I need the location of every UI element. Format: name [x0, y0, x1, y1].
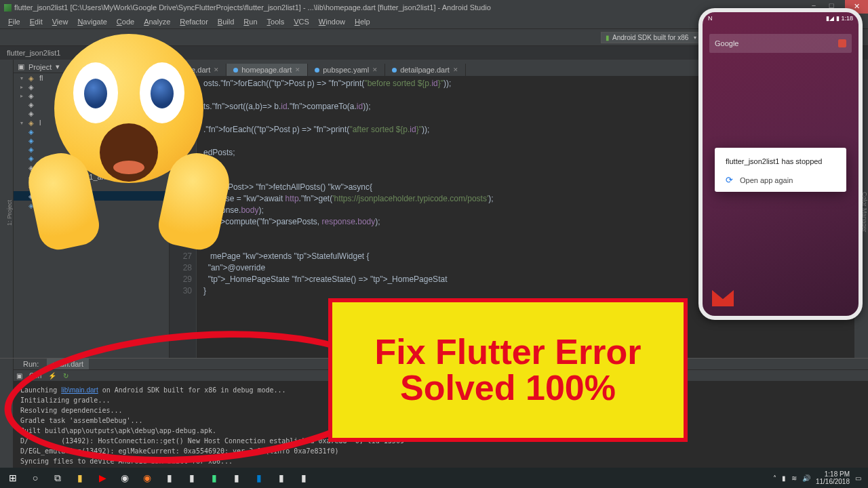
terminal-icon[interactable]: ▮ — [271, 468, 292, 488]
app3-icon[interactable]: ▮ — [226, 468, 247, 488]
console-subtab[interactable]: Con — [29, 372, 41, 380]
menu-window[interactable]: Window — [315, 17, 349, 26]
search-placeholder: Google — [715, 39, 738, 47]
hot-reload-icon[interactable]: ⚡ — [48, 372, 56, 380]
project-node[interactable]: ▾◈l — [14, 118, 169, 127]
menu-vcs[interactable]: VCS — [290, 17, 313, 26]
editor-tab[interactable]: detailpage.dart ✕ — [385, 64, 466, 76]
left-tool-strip: 1: Project7: StructureCaptures — [0, 60, 14, 358]
hot-restart-icon[interactable]: ↻ — [63, 372, 68, 380]
app1-icon[interactable]: ▮ — [159, 468, 180, 488]
project-node[interactable]: ▸◈ — [14, 92, 169, 100]
project-node[interactable]: ◈flutter_json2list1_andrc — [14, 172, 169, 182]
emulator-device: N ▮◢ ▮ 1:18 Google flutter_json2list1 ha… — [698, 8, 863, 320]
phone-status-bar: N ▮◢ ▮ 1:18 — [703, 12, 859, 24]
gmail-icon[interactable] — [712, 290, 734, 306]
project-header[interactable]: ▣ Project ▾ — [14, 61, 169, 73]
project-node[interactable]: ◈ — [14, 145, 169, 154]
project-node[interactable]: ◈pubspec.lock — [14, 182, 169, 191]
menu-file[interactable]: File — [4, 17, 24, 26]
editor-tab[interactable]: ne.dart ✕ — [172, 64, 226, 76]
run-tab-main[interactable]: main.dart — [47, 359, 89, 369]
editor-tab[interactable]: homepage.dart ✕ — [226, 64, 308, 76]
project-node[interactable]: ◈ — [14, 109, 169, 118]
project-node[interactable]: ◈ — [14, 136, 169, 145]
notif-icon: N — [708, 15, 713, 22]
menu-navigate[interactable]: Navigate — [73, 17, 111, 26]
menu-view[interactable]: View — [48, 17, 73, 26]
project-node[interactable]: ◈ — [14, 154, 169, 163]
windows-taskbar: ⊞ ○ ⧉ ▮ ▶ ◉ ◉ ▮ ▮ ▮ ▮ ▮ ▮ ▮ ˄ ▮ ≋ 🔊 1:18… — [0, 468, 868, 488]
menu-analyze[interactable]: Analyze — [140, 17, 174, 26]
firefox-icon[interactable]: ◉ — [137, 468, 157, 488]
editor-tab[interactable]: pubspec.yaml ✕ — [308, 64, 385, 76]
volume-icon[interactable]: 🔊 — [802, 474, 810, 482]
left-tool[interactable]: 1: Project — [6, 197, 13, 228]
menu-refactor[interactable]: Refactor — [176, 17, 212, 26]
wifi-icon[interactable]: ≋ — [791, 474, 797, 482]
app-icon — [4, 4, 12, 12]
battery-icon[interactable]: ▮ — [782, 474, 786, 482]
app2-icon[interactable]: ▮ — [182, 468, 202, 488]
menu-edit[interactable]: Edit — [26, 17, 47, 26]
window-title: flutter_json2list1 [C:\Users\MyWork\Goog… — [14, 3, 491, 12]
project-sidebar: ▣ Project ▾ ▾◈fl▸◈▸◈◈◈▾◈l◈◈◈◈◈t1.iml◈flu… — [14, 60, 170, 358]
project-node[interactable]: ◈t1.iml — [14, 163, 169, 172]
explorer-icon[interactable]: ▮ — [70, 468, 90, 488]
vscode-icon[interactable]: ▮ — [249, 468, 269, 488]
mic-icon[interactable] — [838, 39, 846, 47]
title-overlay: Fix Flutter Error Solved 100% — [328, 298, 688, 442]
project-node[interactable]: ◈ — [14, 100, 169, 109]
start-button[interactable]: ⊞ — [3, 468, 23, 488]
project-node[interactable]: ▸◈ — [14, 83, 169, 92]
app5-icon[interactable]: ▮ — [294, 468, 314, 488]
signal-icon: ▮◢ ▮ — [826, 15, 840, 22]
emulator-screen[interactable]: N ▮◢ ▮ 1:18 Google flutter_json2list1 ha… — [703, 12, 859, 316]
tray-up-icon[interactable]: ˄ — [773, 474, 776, 482]
clock[interactable]: 1:18 PM11/16/2018 — [816, 470, 850, 485]
dialog-title: flutter_json2list1 has stopped — [726, 157, 835, 165]
youtube-icon[interactable]: ▶ — [92, 468, 113, 488]
cortana-button[interactable]: ○ — [25, 468, 45, 488]
menu-code[interactable]: Code — [113, 17, 138, 26]
dialog-action[interactable]: ⟳ Open app again — [726, 175, 835, 185]
project-node[interactable]: ▾◈fl — [14, 73, 169, 83]
system-tray[interactable]: ˄ ▮ ≋ 🔊 1:18 PM11/16/2018 ▭ — [773, 470, 865, 485]
project-node[interactable]: ◈ — [14, 127, 169, 136]
device-selector[interactable]: ▮Android SDK built for x86 — [601, 32, 707, 43]
menu-help[interactable]: Help — [351, 17, 374, 26]
crash-dialog: flutter_json2list1 has stopped ⟳ Open ap… — [715, 148, 846, 192]
chrome-icon[interactable]: ◉ — [115, 468, 135, 488]
project-node[interactable]: ◈pubspec.yaml — [14, 191, 169, 201]
menu-run[interactable]: Run — [239, 17, 261, 26]
breadcrumb[interactable]: flutter_json2list1 — [4, 49, 64, 57]
menu-build[interactable]: Build — [214, 17, 238, 26]
menu-tools[interactable]: Tools — [263, 17, 289, 26]
project-node[interactable]: ◈README.md — [14, 201, 169, 210]
notifications-icon[interactable]: ▭ — [855, 474, 861, 482]
google-search-bar[interactable]: Google — [709, 34, 852, 53]
taskview-button[interactable]: ⧉ — [47, 468, 68, 488]
refresh-icon: ⟳ — [726, 175, 733, 185]
status-time: 1:18 — [841, 15, 853, 22]
run-label: Run: — [18, 359, 44, 369]
androidstudio-icon[interactable]: ▮ — [204, 468, 224, 488]
